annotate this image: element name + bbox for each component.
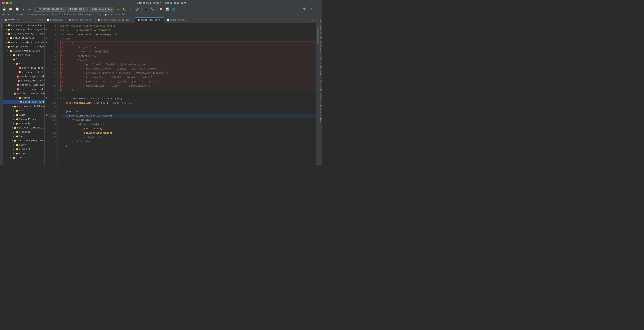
pixel-api-selector[interactable]: Pixel XL API 33 ▾ [89, 7, 114, 12]
ln-18: 18 [48, 96, 56, 101]
tree-item-row[interactable]: ▶ 📁 Row [3, 134, 44, 138]
gutter-2[interactable]: ▼ [45, 27, 48, 32]
tree-item-render-unit[interactable]: ▶ 🎯 render_object_unit.dart [3, 74, 44, 79]
refresh-icon[interactable]: 🔄 [14, 7, 20, 12]
maximize-button[interactable] [10, 2, 12, 4]
tree-item-widgets[interactable]: ▼ 📂 widgets widgets/lib [3, 49, 44, 53]
tree-item-proxy-unit[interactable]: ▶ 🎯 proxy_unit.dart [3, 70, 44, 74]
tree-item-listbody[interactable]: ▶ 📁 ListBody [3, 122, 44, 126]
tab-close-node1[interactable]: ✕ [161, 19, 162, 22]
code-line-15: // " [mainAxisSize] : 主轴尺寸 [MainAxisSize… [60, 84, 316, 88]
tree-item-dart-tool[interactable]: ▶ 📁 .dart_tool [3, 53, 44, 57]
editor-scrollbar[interactable] [316, 23, 319, 165]
tree-item-nested-scroll[interactable]: ▶ 📁 NestedScrollViewViewport [3, 126, 44, 130]
gutter-4[interactable]: ▼ [45, 36, 48, 40]
expand-icon[interactable]: ∧ [314, 20, 315, 23]
device-selector[interactable]: 📱 no device selected ▾ [34, 7, 66, 12]
item-label: other_unit.dart [22, 67, 43, 69]
close-button[interactable] [2, 2, 5, 4]
breadcrumb-item-3[interactable]: lib [50, 14, 54, 16]
search-icon[interactable]: 🔍 [302, 7, 308, 12]
window-controls[interactable] [2, 2, 12, 4]
tab-node1-base[interactable]: 🎯 node1_base.dart ✕ [135, 17, 164, 23]
tree-item-db-storage[interactable]: ▶ 📁 db_storage db_storage/lib [3, 27, 44, 32]
gear-icon[interactable]: ⚙ [40, 18, 41, 21]
gutter-18[interactable]: ▼ [45, 96, 48, 100]
tab-close-pubspec[interactable]: ✕ [186, 19, 188, 21]
profile-icon[interactable]: 📊 [165, 7, 170, 12]
tree-item-column[interactable]: ▼ 📂 Column [3, 96, 44, 100]
notifications-tab[interactable]: Notifications [319, 17, 322, 36]
run-button[interactable]: ▶ [115, 7, 120, 12]
tree-item-custom-multi[interactable]: ▶ 📁 CustomMultiChildLayout [3, 104, 44, 108]
tab-other-unit[interactable]: 🎯 other_unit.dart ✕ [66, 17, 96, 23]
tree-item-sliver-unit[interactable]: ▶ 🎯 sliver_unit.dart [3, 79, 44, 83]
hot-reload-icon[interactable]: ⚡ [128, 7, 133, 12]
tree-item-shrinkwrapping[interactable]: ▶ 📁 ShrinkWrappingViewport [3, 138, 44, 143]
tree-item-widget-module[interactable]: ▶ 📁 widget_module widget_module/lib [3, 40, 44, 44]
tree-item-utils[interactable]: ▶ 📁 utils utils/lib [3, 36, 44, 40]
phone-icon[interactable]: 📱 [143, 7, 148, 12]
tree-item-stack[interactable]: ▶ 📁 Stack [3, 143, 44, 147]
item-label: CustomMultiChildLayout [17, 105, 44, 108]
locate-icon[interactable]: ⊕ [36, 18, 37, 21]
tree-item-rich-text[interactable]: ▶ 📁 RichText [3, 130, 44, 134]
back-button[interactable]: ◀ [21, 7, 26, 12]
tab-close-other[interactable]: ✕ [92, 19, 93, 21]
tree-item-multichildrender[interactable]: ▼ 📂 MultiChildRenderObjectWidget [3, 92, 44, 96]
collapse-icon[interactable]: ≡ [38, 18, 39, 21]
breadcrumb-item-1[interactable]: packages [27, 14, 37, 16]
code-editor[interactable]: import 'package:flutter/material.dart'; … [58, 23, 316, 165]
forward-button[interactable]: ▶ [27, 7, 32, 12]
tree-item-components[interactable]: ▶ 📁 components components/lib [3, 23, 44, 27]
tree-item-other-unit[interactable]: ▶ 🎯 other_unit.dart [3, 66, 44, 70]
breadcrumb-item-5[interactable]: Column [94, 14, 102, 16]
bug2-icon[interactable]: 🔧 [150, 7, 155, 12]
device-manager-tab[interactable]: Device Manager [319, 36, 322, 55]
tree-item-old-fancy[interactable]: ▶ 📁 old_fancy_mobile_ui old_fancy_mobile… [3, 32, 44, 36]
tab-pubspec[interactable]: 📄 pubspec.yaml ✕ [164, 17, 190, 23]
bracket-open: [ [102, 122, 104, 126]
tab-close-render[interactable]: ✕ [132, 19, 133, 21]
tree-item-viewport[interactable]: ▶ 📁 Viewport [3, 147, 44, 151]
tab-render-unit[interactable]: 🎯 render_object_unit.dart ✕ [96, 17, 135, 23]
settings-icon[interactable]: ⚙ [309, 7, 314, 12]
tree-item-exp[interactable]: ▼ 📂 exp [3, 62, 44, 66]
tree-item-indexed-stack[interactable]: ▶ 📁 IndexedStack [3, 117, 44, 122]
breadcrumb-item-0[interactable]: FlutterUnit-master [2, 14, 25, 16]
main-file-selector[interactable]: 🎯 main.dart ▾ [67, 7, 88, 12]
breadcrumb-item-6[interactable]: 🎯 node1_base.dart [104, 14, 126, 16]
folder-icon: 📁 [12, 54, 16, 57]
comment-16: // } [60, 88, 73, 92]
more-icon[interactable]: ⋮ [315, 7, 320, 12]
tree-item-widget-repo[interactable]: ▶ 📁 widget_repository widget_repository/… [3, 44, 44, 49]
tree-item-node1-base[interactable]: ▶ 🎯 node1_base.dart [3, 100, 44, 104]
flutter-inspector-tab[interactable]: Flutter Inspector [319, 55, 322, 78]
tab-close-readme[interactable]: ✕ [63, 19, 64, 21]
breadcrumb-item-4[interactable]: MultiChildRenderObjectWidget [56, 14, 92, 16]
tree-item-flex[interactable]: ▶ 📁 Flex [3, 108, 44, 113]
tree-item-stateful-unit[interactable]: ▶ 🎯 stateful_unit.dart [3, 83, 44, 87]
translate-icon[interactable]: 🌐 [171, 7, 176, 12]
debug-icon[interactable]: 🐛 [122, 7, 127, 12]
collapse-tab-icon[interactable]: ∨ [316, 20, 318, 23]
save-icon[interactable]: 💾 [2, 7, 7, 12]
flutter-outline-tab[interactable]: Flutter Outline [319, 104, 322, 124]
attach-icon[interactable]: 🔗 [134, 7, 140, 12]
scrollbar-thumb[interactable] [317, 27, 318, 44]
tree-item-lib[interactable]: ▼ 📂 lib [3, 57, 44, 62]
gutter-5[interactable]: ▼ [45, 40, 48, 44]
tree-item-other[interactable]: ▶ 📁 Other [3, 156, 44, 160]
open-icon[interactable]: 📂 [8, 7, 13, 12]
stop-icon[interactable]: ⏹ [158, 7, 164, 12]
breadcrumb-item-2[interactable]: widgets [39, 14, 48, 16]
tree-item-wrap[interactable]: ▶ 📁 Wrap [3, 151, 44, 156]
tab-readme[interactable]: 📄 README.md ✕ [45, 17, 66, 23]
panel-minimize-icon[interactable]: — [42, 18, 43, 21]
dart-file-icon: 🎯 [16, 75, 20, 78]
project-panel-tab[interactable]: Project [0, 17, 3, 29]
tree-item-flow[interactable]: ▶ 📁 Flow [3, 113, 44, 117]
minimize-button[interactable] [6, 2, 8, 4]
tree-item-stateless-unit[interactable]: ▶ 🎯 stateless_unit.dart [3, 87, 44, 92]
flutter-performance-tab[interactable]: Flutter Performance [319, 78, 322, 104]
